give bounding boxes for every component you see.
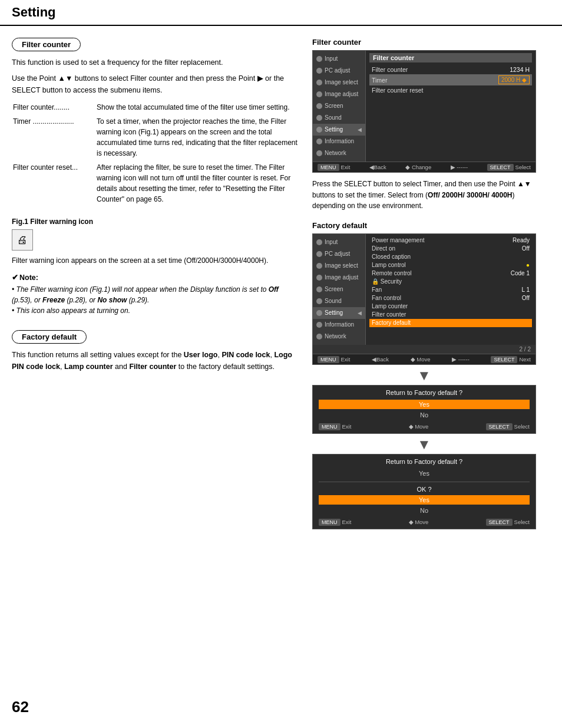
fsidebar-label-network: Network (325, 332, 346, 341)
desc-term-1: Timer ..................... (13, 116, 95, 161)
fsidebar-screen: Screen (313, 284, 365, 295)
f-fan-label: Fan (372, 286, 382, 293)
filter-counter-main-title: Filter counter (369, 53, 532, 62)
sidebar-item-information: Information (313, 136, 365, 147)
pcadjust-icon (316, 68, 322, 74)
confirm-yes-2: Yes (319, 469, 530, 478)
sidebar-item-network: Network (313, 147, 365, 159)
desc-def-0: Show the total accumulated time of the f… (97, 102, 299, 115)
f-pcadjust-icon (316, 251, 322, 257)
sidebar-item-input: Input (313, 53, 365, 65)
sidebar-item-setting: Setting ◀ (313, 124, 365, 136)
filter-counter-panel-title: Filter counter (312, 38, 536, 47)
arrow-down-2: ▼ (312, 437, 536, 452)
f-footer-exit: MENUExit (318, 356, 350, 363)
f-information-icon (316, 322, 322, 328)
factory-default-text: This function returns all setting values… (12, 350, 300, 373)
fsidebar-label-pcadjust: PC adjust (325, 249, 350, 259)
filter-warning-icon-box: 🖨 (12, 229, 33, 251)
filter-counter-footer: MENUExit ◀Back ◆ Change ▶ ------ SELECTS… (313, 162, 535, 172)
note-title: Note: (12, 273, 300, 282)
cf2-select: SELECTSelect (486, 519, 530, 525)
footer-change: ◆ Change (405, 164, 431, 170)
sidebar-label-sound: Sound (325, 113, 342, 123)
sound-icon (316, 115, 322, 121)
filter-warning-caption: Filter warning icon appears on the scree… (12, 255, 300, 266)
sidebar-label-information: Information (325, 137, 354, 146)
f-security-label: 🔒 Security (372, 278, 402, 285)
f-input-icon (316, 239, 322, 245)
filter-counter-desc: Press the SELECT button to select Timer,… (312, 179, 536, 212)
filter-counter-section: Filter counter This function is used to … (12, 38, 300, 316)
cf1-move: ◆ Move (409, 423, 429, 430)
cf2-exit: MENUExit (319, 519, 351, 525)
f-row-remotecontrol: Remote control Code 1 (369, 269, 532, 278)
f-row-lampcounter: Lamp counter (369, 302, 532, 311)
page-header: Setting (0, 0, 562, 26)
cf1-select: SELECTSelect (486, 423, 530, 430)
confirm-no-1[interactable]: No (319, 410, 530, 420)
f-remotecontrol-val: Code 1 (511, 270, 530, 276)
f-setting-icon (316, 310, 322, 316)
footer-dash: ▶ ------ (451, 164, 468, 170)
setting-icon (316, 127, 322, 133)
factory-panel-footer: MENUExit ◀Back ◆ Move ▶ ------ SELECTNex… (313, 354, 535, 364)
desc-def-2: After replacing the filter, be sure to r… (97, 162, 299, 207)
f-footer-move: ◆ Move (411, 356, 431, 363)
left-column: Filter counter This function is used to … (12, 38, 300, 529)
f-screen-icon (316, 286, 322, 292)
sub-yes[interactable]: Yes (319, 495, 530, 505)
fsidebar-pcadjust: PC adjust (313, 248, 365, 260)
fsidebar-network: Network (313, 331, 365, 342)
filter-counter-desc-table: Filter counter........ Show the total ac… (12, 101, 300, 208)
f-remotecontrol-label: Remote control (372, 270, 412, 276)
desc-row-0: Filter counter........ Show the total ac… (13, 102, 299, 115)
fc-counter-label: Filter counter (372, 66, 408, 73)
fc-timer-value: 2000 H ◆ (498, 75, 530, 84)
fsidebar-setting: Setting ◀ (313, 307, 365, 319)
desc-term-2: Filter counter reset... (13, 162, 95, 207)
sidebar-item-imageselect: Image select (313, 77, 365, 88)
cf1-exit: MENUExit (319, 423, 351, 430)
footer-back: ◀Back (369, 164, 386, 170)
f-factorydefault-label: Factory default (372, 319, 411, 326)
network-icon (316, 150, 322, 156)
factory-sidebar: Input PC adjust Image select Image adjus… (313, 234, 366, 345)
desc-term-0: Filter counter........ (13, 102, 95, 115)
f-directon-val: Off (522, 245, 530, 252)
f-row-filtercounter: Filter counter (369, 311, 532, 319)
fig1-label: Fig.1 Filter warning icon (12, 218, 300, 226)
fc-row-counter: Filter counter 1234 H (369, 65, 532, 74)
sidebar-label-setting: Setting (325, 125, 343, 134)
factory-default-panel-title: Factory default (312, 221, 536, 230)
f-closedcaption-label: Closed caption (372, 253, 411, 260)
confirm-footer-1: MENUExit ◆ Move SELECTSelect (319, 423, 530, 430)
f-footer-next: SELECTNext (491, 356, 531, 363)
cf2-move: ◆ Move (409, 519, 429, 525)
fsidebar-label-imageselect: Image select (325, 261, 358, 271)
desc-row-1: Timer ..................... To set a tim… (13, 116, 299, 161)
arrow-down-1: ▼ (312, 368, 536, 383)
filter-counter-sidebar: Input PC adjust Image select Image adjus… (313, 51, 366, 162)
confirm-title-2: Return to Factory default ? (319, 458, 530, 465)
sub-no[interactable]: No (319, 506, 530, 515)
sidebar-item-pcadjust: PC adjust (313, 65, 365, 77)
fsidebar-sound: Sound (313, 295, 365, 307)
confirm-box-1: Return to Factory default ? Yes No MENUE… (312, 385, 536, 434)
imageadjust-icon (316, 91, 322, 97)
filter-counter-intro1: This function is used to set a frequency… (12, 57, 300, 68)
f-sound-icon (316, 298, 322, 304)
page-number: 62 (12, 698, 29, 716)
confirm-title-1: Return to Factory default ? (319, 389, 530, 396)
f-network-icon (316, 334, 322, 340)
setting-arrow: ◀ (358, 126, 362, 134)
factory-page-indicator: 2 / 2 (313, 345, 535, 354)
confirm-yes-1[interactable]: Yes (319, 400, 530, 409)
desc-row-2: Filter counter reset... After replacing … (13, 162, 299, 207)
f-powermgmt-val: Ready (513, 237, 530, 243)
desc-def-1: To set a timer, when the projector reach… (97, 116, 299, 161)
page-title: Setting (12, 5, 550, 20)
footer-select: SELECTSelect (487, 164, 531, 170)
f-row-lampcontrol: Lamp control ● (369, 261, 532, 269)
filter-icon: 🖨 (17, 234, 28, 246)
